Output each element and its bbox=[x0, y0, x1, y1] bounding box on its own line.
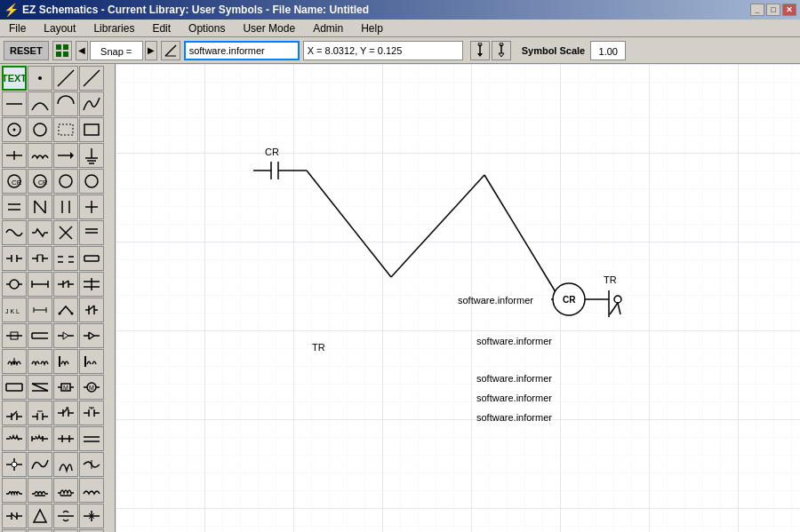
tool-row-4 bbox=[2, 143, 113, 168]
contact2-tool[interactable] bbox=[28, 246, 52, 271]
close-button[interactable]: ✕ bbox=[782, 4, 796, 16]
curve-tool[interactable] bbox=[28, 91, 52, 116]
relay4-tool[interactable] bbox=[79, 169, 104, 194]
misc3-tool[interactable] bbox=[53, 504, 78, 528]
arrow-tool[interactable] bbox=[53, 143, 78, 168]
sym2-tool[interactable] bbox=[28, 298, 52, 322]
switch1-tool[interactable] bbox=[2, 401, 27, 425]
probe-icon-btn[interactable] bbox=[470, 41, 490, 60]
plug4-tool[interactable] bbox=[79, 452, 104, 477]
menu-item-help[interactable]: Help bbox=[356, 20, 388, 36]
contact3-tool[interactable] bbox=[53, 246, 78, 271]
hline-tool[interactable] bbox=[2, 91, 27, 116]
ground-tool[interactable] bbox=[79, 143, 104, 168]
jkl-tool[interactable]: J K L bbox=[2, 298, 27, 322]
titlebar-controls[interactable]: _ □ ✕ bbox=[750, 4, 796, 16]
parallel-tool[interactable] bbox=[53, 195, 78, 219]
equal-tool[interactable] bbox=[2, 195, 27, 219]
relay3-tool[interactable] bbox=[53, 169, 78, 194]
rcoil2-tool[interactable] bbox=[28, 426, 52, 451]
svg-text:CR: CR bbox=[12, 179, 22, 187]
motor2-tool[interactable] bbox=[28, 375, 52, 400]
trans1-tool[interactable] bbox=[2, 349, 27, 374]
menu-item-layout[interactable]: Layout bbox=[38, 20, 81, 36]
svg-text:J K L: J K L bbox=[5, 308, 20, 314]
contact1-tool[interactable] bbox=[2, 246, 27, 271]
text-tool[interactable]: TEXT bbox=[2, 66, 27, 91]
wire-tool[interactable] bbox=[2, 143, 27, 168]
filename-box[interactable]: software.informer bbox=[184, 41, 300, 60]
dcross-tool[interactable] bbox=[79, 220, 104, 245]
maximize-button[interactable]: □ bbox=[766, 4, 780, 16]
svg-line-77 bbox=[63, 281, 68, 284]
comp1-tool[interactable] bbox=[2, 323, 27, 348]
ind2-tool[interactable] bbox=[28, 478, 52, 503]
relay1-tool[interactable]: CR bbox=[2, 169, 27, 194]
misc1-tool[interactable] bbox=[2, 504, 27, 528]
rect-tool[interactable] bbox=[79, 117, 104, 142]
menu-item-admin[interactable]: Admin bbox=[308, 20, 348, 36]
cross-tool[interactable] bbox=[79, 195, 104, 219]
circle-dot-tool[interactable] bbox=[2, 117, 27, 142]
switch3-tool[interactable] bbox=[53, 401, 78, 425]
term1-tool[interactable] bbox=[2, 272, 27, 297]
motor4-tool[interactable]: M bbox=[79, 375, 104, 400]
relay2-tool[interactable]: CR bbox=[28, 169, 52, 194]
misc2-tool[interactable] bbox=[28, 504, 52, 528]
plug1-tool[interactable] bbox=[2, 452, 27, 477]
n-tool[interactable] bbox=[28, 195, 52, 219]
trans3-tool[interactable] bbox=[53, 349, 78, 374]
snap-increase[interactable]: ▶ bbox=[145, 41, 157, 60]
plug3-tool[interactable] bbox=[53, 452, 78, 477]
menu-item-user mode[interactable]: User Mode bbox=[237, 20, 300, 36]
minimize-button[interactable]: _ bbox=[750, 4, 764, 16]
sym3-tool[interactable] bbox=[53, 298, 78, 322]
menu-item-file[interactable]: File bbox=[4, 20, 31, 36]
snap-decrease[interactable]: ◀ bbox=[76, 41, 88, 60]
misc4-tool[interactable] bbox=[79, 504, 104, 528]
ncross-tool[interactable] bbox=[53, 220, 78, 245]
comp2-tool[interactable] bbox=[28, 323, 52, 348]
scurve-tool[interactable] bbox=[79, 91, 104, 116]
wave2-tool[interactable] bbox=[28, 220, 52, 245]
menu-item-libraries[interactable]: Libraries bbox=[88, 20, 140, 36]
contact4-tool[interactable] bbox=[79, 246, 104, 271]
trans2-tool[interactable] bbox=[28, 349, 52, 374]
reset-button[interactable]: RESET bbox=[4, 41, 49, 60]
ind1-tool[interactable] bbox=[2, 478, 27, 503]
term4-tool[interactable] bbox=[79, 272, 104, 297]
trans4-tool[interactable] bbox=[79, 349, 104, 374]
arc-tool[interactable] bbox=[79, 66, 104, 91]
measure-icon-btn[interactable] bbox=[492, 41, 511, 60]
dot-tool[interactable] bbox=[28, 66, 52, 91]
dashed-rect-tool[interactable] bbox=[53, 117, 78, 142]
circle-tool[interactable] bbox=[28, 117, 52, 142]
line-tool[interactable] bbox=[53, 66, 78, 91]
comp3-tool[interactable] bbox=[53, 323, 78, 348]
svg-point-33 bbox=[60, 175, 72, 187]
motor1-tool[interactable] bbox=[2, 375, 27, 400]
ind4-tool[interactable] bbox=[79, 478, 104, 503]
motor3-tool[interactable]: M bbox=[53, 375, 78, 400]
arc2-tool[interactable] bbox=[53, 91, 78, 116]
canvas-area[interactable]: CR software CR TR TR software.infor bbox=[116, 64, 800, 532]
wave1-tool[interactable] bbox=[2, 220, 27, 245]
label-tr-left: TR bbox=[312, 342, 325, 353]
coil-tool[interactable] bbox=[28, 143, 52, 168]
rcoil1-tool[interactable] bbox=[2, 426, 27, 451]
term2-tool[interactable] bbox=[28, 272, 52, 297]
plug2-tool[interactable] bbox=[28, 452, 52, 477]
ind3-tool[interactable] bbox=[53, 478, 78, 503]
menu-item-options[interactable]: Options bbox=[183, 20, 230, 36]
switch2-tool[interactable] bbox=[28, 401, 52, 425]
comp4-tool[interactable] bbox=[79, 323, 104, 348]
switch4-tool[interactable] bbox=[79, 401, 104, 425]
rcoil3-tool[interactable] bbox=[53, 426, 78, 451]
rcoil4-tool[interactable] bbox=[79, 426, 104, 451]
term3-tool[interactable] bbox=[53, 272, 78, 297]
sym4-tool[interactable] bbox=[79, 298, 104, 322]
titlebar: ⚡ EZ Schematics - Current Library: User … bbox=[0, 0, 800, 20]
menu-item-edit[interactable]: Edit bbox=[147, 20, 176, 36]
grid-button[interactable] bbox=[52, 41, 72, 60]
angle-button[interactable] bbox=[161, 41, 180, 60]
